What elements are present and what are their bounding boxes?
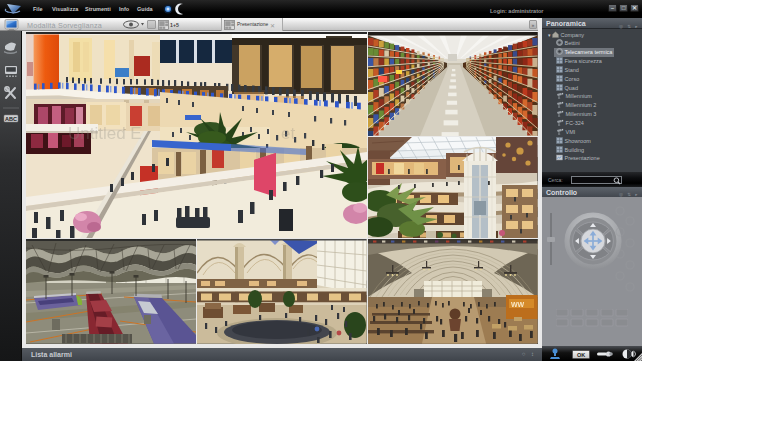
svg-text:et: et [281, 124, 295, 143]
svg-text:ABC: ABC [5, 116, 17, 122]
svg-text:WW: WW [511, 301, 525, 308]
svg-text:Untitled E: Untitled E [68, 124, 142, 143]
